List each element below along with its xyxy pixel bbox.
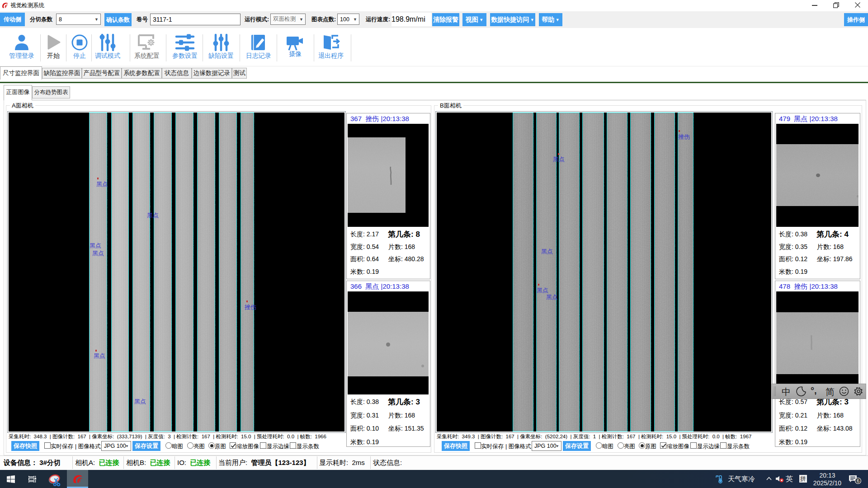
svg-text:6: 6 (857, 478, 859, 483)
